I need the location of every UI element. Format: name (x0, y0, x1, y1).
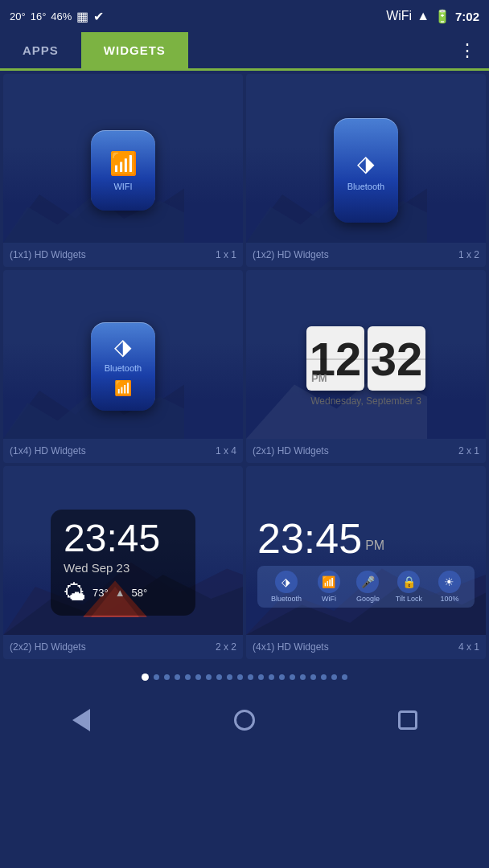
qb-wifi[interactable]: 📶 WiFi (318, 571, 340, 603)
dot-4[interactable] (175, 674, 180, 680)
dot-13[interactable] (269, 674, 274, 680)
cell-label-4x1: (4x1) HD Widgets (253, 641, 329, 653)
flip-minute: 32 (368, 326, 425, 391)
cell-size-2x2: 2 x 2 (216, 641, 236, 653)
qb-wifi-icon: 📶 (318, 571, 340, 593)
dot-17[interactable] (310, 674, 316, 680)
dot-9[interactable] (227, 674, 232, 680)
bt-label-1x2: Bluetooth (347, 182, 384, 191)
clock-time: 23:45 (64, 519, 160, 558)
widget-cell-bt-1x2[interactable]: ⬗ Bluetooth (1x2) HD Widgets 1 x 2 (246, 74, 486, 267)
home-icon (234, 710, 255, 731)
clock: 7:02 (455, 10, 479, 23)
widget-cell-quick-4x1[interactable]: 23:45 PM ⬗ Bluetooth 📶 WiFi 🎤 Google 🔒 (246, 466, 486, 659)
temp2: 16° (31, 10, 47, 23)
cell-size-clock: 2 x 1 (458, 445, 479, 457)
tab-apps[interactable]: APPS (0, 32, 81, 68)
qb-bluetooth[interactable]: ⬗ Bluetooth (271, 571, 302, 603)
status-right: WiFi ▲ 🔋 7:02 (386, 9, 479, 24)
dot-3[interactable] (164, 674, 170, 680)
home-button[interactable] (224, 700, 265, 740)
qb-wifi-label: WiFi (322, 595, 336, 603)
dot-12[interactable] (258, 674, 264, 680)
wifi-pill: 📶 WIFI (91, 130, 155, 211)
widget-cell-bt-1x4[interactable]: ⬗ Bluetooth 📶 (1x4) HD Widgets 1 x 4 (3, 270, 243, 463)
clock-high: ▲ (115, 587, 125, 599)
dot-11[interactable] (248, 674, 253, 680)
qb-google-label: Google (356, 595, 380, 603)
widget-cell-wifi-1x1[interactable]: 📶 WIFI (1x1) HD Widgets 1 x 1 (3, 74, 243, 267)
qb-brightness-label: 100% (440, 595, 458, 603)
quick-4x1-widget: 23:45 PM ⬗ Bluetooth 📶 WiFi 🎤 Google 🔒 (246, 510, 486, 616)
qb-bluetooth-icon: ⬗ (275, 571, 298, 593)
cell-size-4x1: 4 x 1 (458, 641, 479, 653)
cell-size-wifi: 1 x 1 (216, 249, 236, 260)
qb-brightness-icon: ☀ (438, 571, 461, 593)
wifi-bars-icon: 📶 (114, 379, 132, 397)
bt-icon-wrap-1x2: ⬗ Bluetooth (334, 118, 398, 223)
wifi-symbol-icon: 📶 (109, 150, 138, 177)
pagination (0, 662, 489, 691)
wifi-icon: WiFi (386, 9, 412, 23)
back-icon (72, 709, 90, 731)
dot-7[interactable] (206, 674, 212, 680)
dot-5[interactable] (185, 674, 191, 680)
dot-20[interactable] (342, 674, 347, 680)
wifi-label: WIFI (113, 182, 132, 191)
qb-tiltlock-label: Tilt Lock (396, 595, 422, 603)
dot-10[interactable] (237, 674, 243, 680)
cell-label-wifi: (1x1) HD Widgets (10, 249, 86, 260)
big-time: 23:45 (257, 518, 362, 559)
temp1: 20° (10, 10, 26, 23)
bt-pill-1x4: ⬗ Bluetooth 📶 (91, 322, 155, 411)
more-menu-button[interactable]: ⋮ (446, 32, 489, 68)
flip-hour: PM 12 (306, 326, 364, 391)
dot-8[interactable] (216, 674, 222, 680)
status-bar: 20° 16° 46% ▦ ✔ WiFi ▲ 🔋 7:02 (0, 0, 489, 32)
clock-2x2-widget: 23:45 Wed Sep 23 🌤 73° ▲ 58° (51, 510, 195, 616)
recent-button[interactable] (388, 700, 428, 740)
dot-18[interactable] (321, 674, 327, 680)
widget-cell-clock-2x2[interactable]: 23:45 Wed Sep 23 🌤 73° ▲ 58° (2x2) HD Wi… (3, 466, 243, 659)
bt-icon-wrap-1x4: ⬗ Bluetooth 📶 (91, 322, 155, 411)
dot-1[interactable] (142, 674, 149, 681)
cell-label-clock: (2x1) HD Widgets (253, 445, 329, 457)
wifi-icon-wrap: 📶 WIFI (91, 130, 155, 211)
flip-date: Wednesday, September 3 (310, 395, 421, 407)
qb-tiltlock-icon: 🔒 (397, 571, 420, 593)
tab-bar: APPS WIDGETS ⋮ (0, 32, 489, 71)
cell-label-2x2: (2x2) HD Widgets (10, 641, 86, 653)
app-icon-1: ▦ (76, 9, 88, 24)
dot-19[interactable] (331, 674, 337, 680)
time-display: 23:45 PM (257, 518, 384, 559)
qb-brightness[interactable]: ☀ 100% (438, 571, 461, 603)
dot-2[interactable] (154, 674, 159, 680)
sun-icon: 🌤 (64, 579, 86, 606)
cell-size-bt-1x4: 1 x 4 (216, 445, 236, 457)
cell-size-bt-1x2: 1 x 2 (458, 249, 479, 260)
clock-date: Wed Sep 23 (64, 561, 129, 575)
bluetooth-icon-1x2: ⬗ (357, 150, 375, 177)
bt-label-1x4: Bluetooth (105, 363, 142, 373)
widget-grid: 📶 WIFI (1x1) HD Widgets 1 x 1 ⬗ Bluetoot… (0, 71, 489, 662)
battery-pct: 46% (51, 10, 72, 23)
qb-tiltlock[interactable]: 🔒 Tilt Lock (396, 571, 422, 603)
pm-label: PM (311, 372, 327, 384)
time-ampm: PM (365, 538, 384, 553)
widget-cell-clock-2x1[interactable]: PM 12 32 Wednesday, September 3 (2x1) HD… (246, 270, 486, 463)
tab-widgets[interactable]: WIDGETS (81, 32, 188, 68)
dot-6[interactable] (195, 674, 201, 680)
signal-icon: ▲ (417, 9, 429, 23)
qb-google[interactable]: 🎤 Google (356, 571, 380, 603)
bluetooth-icon-1x4: ⬗ (114, 334, 132, 360)
dot-14[interactable] (279, 674, 285, 680)
dot-15[interactable] (290, 674, 295, 680)
clock-weather: 🌤 73° ▲ 58° (64, 579, 147, 606)
qb-google-icon: 🎤 (356, 571, 379, 593)
dot-16[interactable] (300, 674, 306, 680)
cell-label-bt-1x4: (1x4) HD Widgets (10, 445, 86, 457)
battery-icon: 🔋 (434, 9, 450, 24)
clock-temp: 73° (92, 587, 109, 599)
back-button[interactable] (61, 700, 101, 740)
cell-label-bt-1x2: (1x2) HD Widgets (253, 249, 329, 260)
